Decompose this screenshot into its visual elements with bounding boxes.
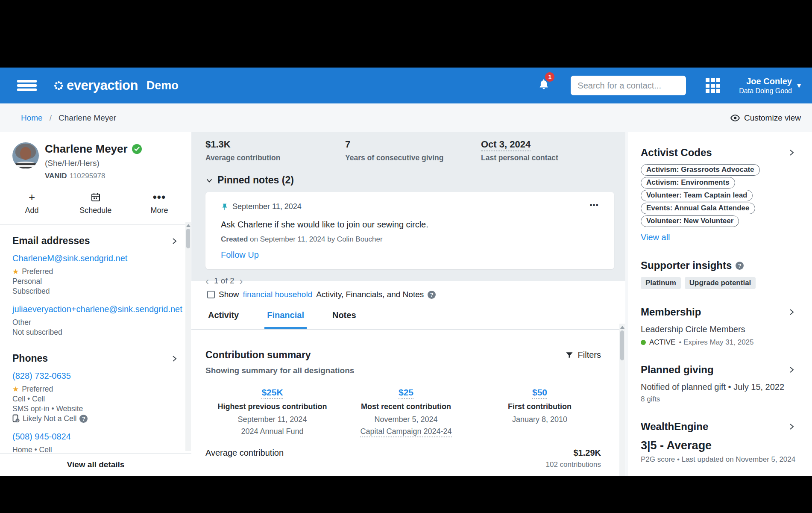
view-all-details-button[interactable]: View all details [0,453,191,476]
user-menu-caret-icon[interactable]: ▾ [797,81,801,90]
schedule-button[interactable]: Schedule [64,192,127,215]
tab-notes[interactable]: Notes [330,310,359,329]
household-checkbox[interactable] [207,291,215,298]
last-contact-date-link[interactable]: Oct 3, 2024 [481,139,531,151]
pinned-notes-toggle[interactable]: Pinned notes (2) [205,174,614,186]
customize-view-button[interactable]: Customize view [730,113,801,123]
highlight-first-contribution: $50 First contribution January 8, 2010 [473,387,607,436]
membership-chevron-icon[interactable] [787,308,796,316]
view-all-link[interactable]: View all [641,233,670,242]
highlight-most-recent: $25 Most recent contribution November 5,… [339,387,473,436]
phone-link[interactable]: (508) 945-0824 [12,432,179,442]
amount-link[interactable]: $25 [399,387,413,399]
pinned-notes-title: Pinned notes (2) [217,174,294,186]
amount-link[interactable]: $25K [261,387,283,399]
hamburger-menu-icon[interactable] [17,78,37,93]
verified-check-icon [132,144,142,154]
insight-tag: Upgrade potential [685,277,756,289]
pinned-note-card: September 11, 2024 Ask Charlene if she w… [205,192,614,269]
insight-tag: Platinum [641,277,681,289]
app-name: everyaction [67,78,138,93]
pagination-label: 1 of 2 [214,276,235,286]
phone-question-icon: ? [12,414,20,423]
notification-badge: 1 [545,72,554,82]
campaign-link[interactable]: Capital Campaign 2024-24 [360,427,451,437]
record-tabs: Activity Financial Notes [191,310,625,330]
breadcrumb-home-link[interactable]: Home [21,113,43,123]
phone-link[interactable]: (828) 732-0635 [12,371,179,381]
active-status-dot [641,340,646,345]
contact-search [571,76,686,95]
add-button[interactable]: + Add [0,192,64,215]
tab-financial[interactable]: Financial [264,310,307,329]
main-panel: $1.3K Average contribution 7 Years of co… [191,132,625,476]
activist-codes-title: Activist Codes [641,147,712,159]
wealthengine-chevron-icon[interactable] [787,422,796,431]
stat-last-personal-contact: Oct 3, 2024 Last personal contact [481,139,614,162]
phones-chevron-right-icon[interactable] [170,354,179,363]
planned-gift-info: Notified of planned gift • July 15, 2022 [641,382,796,392]
app-window: everyaction Demo 1 Joe Conley [0,68,812,476]
financial-scrollbar[interactable] [619,324,625,476]
summary-stats: $1.3K Average contribution 7 Years of co… [205,139,614,162]
email-link[interactable]: CharleneM@sink.sendgrid.net [12,254,179,263]
planned-giving-chevron-icon[interactable] [787,366,796,374]
more-button[interactable]: ••• More [127,192,191,215]
activist-code-tag[interactable]: Events: Annual Gala Attendee [641,203,755,214]
prev-note-icon[interactable]: ‹ [205,277,209,285]
everyaction-logo-icon [54,81,63,90]
help-icon[interactable]: ? [736,262,744,270]
planned-giving-section: Planned giving Notified of planned gift … [641,364,796,404]
help-icon[interactable]: ? [79,415,88,423]
contact-avatar [12,142,39,169]
app-launcher-icon[interactable] [706,78,720,93]
financial-household-link[interactable]: financial household [243,290,313,299]
planned-giving-title: Planned giving [641,364,714,376]
contribution-highlights: $25K Highest previous contribution Septe… [205,387,601,436]
designations-subtitle: Showing summary for all designations [205,366,601,375]
wealthengine-title: WealthEngine [641,421,708,433]
chevron-down-icon [205,177,213,184]
next-note-icon[interactable]: › [240,277,243,285]
user-organization: Data Doing Good [739,87,792,95]
amount-link[interactable]: $50 [532,387,547,399]
breadcrumb-current: Charlene Meyer [59,113,116,123]
membership-title: Membership [641,306,701,318]
stat-consecutive-giving: 7 Years of consecutive giving [345,139,481,162]
vanid-label: VANID [45,172,67,180]
calendar-icon [91,192,101,203]
search-input[interactable] [577,81,691,91]
p2g-score: 3|5 - Average [641,439,796,452]
notifications-button[interactable]: 1 [537,77,552,94]
membership-status: ACTIVE • Expires May 31, 2025 [641,338,796,347]
funnel-icon [565,351,574,360]
membership-level: Leadership Circle Members [641,324,796,334]
emails-chevron-right-icon[interactable] [170,237,179,245]
activist-code-tag[interactable]: Activism: Environments [641,177,735,189]
contact-actions: + Add Schedule ••• More [0,192,191,225]
vanid-value: 110295978 [70,172,106,180]
membership-section: Membership Leadership Circle Members ACT… [641,306,796,347]
top-navbar: everyaction Demo 1 Joe Conley [0,68,812,103]
activist-codes-chevron-icon[interactable] [787,148,796,157]
note-created: Created on September 11, 2024 by Colin B… [221,235,599,244]
follow-up-link[interactable]: Follow Up [221,250,259,260]
filters-button[interactable]: Filters [565,350,601,360]
gifts-count: 8 gifts [641,395,796,404]
sidebar-scrollbar[interactable] [185,222,191,451]
contact-name: Charlene Meyer [45,142,128,156]
activist-code-tag[interactable]: Volunteer: Team Captain lead [641,190,753,201]
breadcrumb-separator: / [50,113,52,123]
user-menu[interactable]: Joe Conley Data Doing Good [739,77,792,95]
more-icon: ••• [153,192,166,203]
contact-sidebar: Charlene Meyer (She/Her/Hers) VANID11029… [0,132,191,476]
activist-code-tag[interactable]: Volunteer: New Volunteer [641,215,739,227]
tab-activity[interactable]: Activity [205,310,241,329]
email-link[interactable]: juliaeveryaction+charlene@sink.sendgrid.… [12,304,179,314]
app-logo[interactable]: everyaction [54,78,138,93]
note-menu-icon[interactable]: ••• [590,201,599,209]
help-icon[interactable]: ? [428,291,436,299]
note-body: Ask Charlene if she would like to join o… [221,220,599,230]
supporter-insights-section: Supporter insights ? Platinum Upgrade po… [641,259,796,289]
activist-code-tag[interactable]: Activism: Grassroots Advocate [641,164,760,176]
